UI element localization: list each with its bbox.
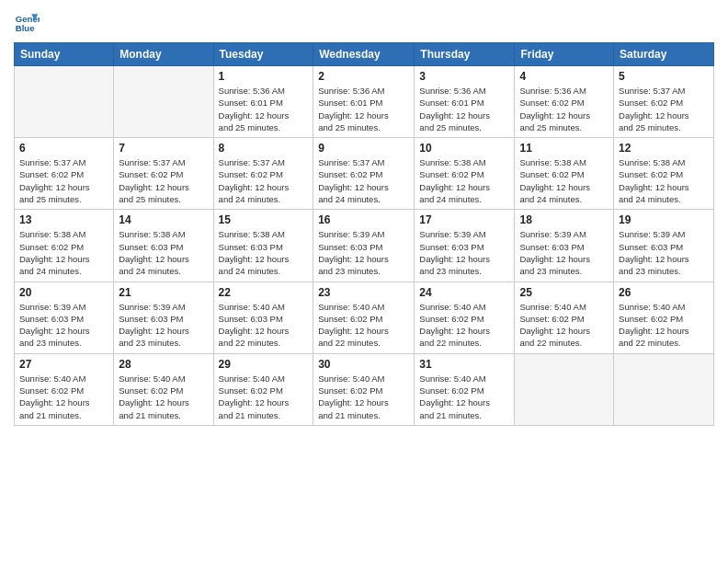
day-info: Sunrise: 5:38 AM Sunset: 6:02 PM Dayligh… <box>19 228 108 277</box>
day-number: 19 <box>619 213 709 226</box>
day-number: 21 <box>119 286 208 299</box>
weekday-header-friday: Friday <box>515 43 614 66</box>
day-number: 29 <box>219 358 309 371</box>
day-number: 14 <box>119 213 208 226</box>
weekday-header-saturday: Saturday <box>614 43 714 66</box>
day-info: Sunrise: 5:36 AM Sunset: 6:01 PM Dayligh… <box>318 85 409 133</box>
calendar-cell: 13Sunrise: 5:38 AM Sunset: 6:02 PM Dayli… <box>15 210 114 282</box>
day-info: Sunrise: 5:38 AM Sunset: 6:02 PM Dayligh… <box>619 156 709 205</box>
day-number: 9 <box>318 142 409 155</box>
calendar-cell: 6Sunrise: 5:37 AM Sunset: 6:02 PM Daylig… <box>15 138 114 210</box>
day-info: Sunrise: 5:36 AM Sunset: 6:01 PM Dayligh… <box>219 85 309 133</box>
day-number: 11 <box>519 142 609 155</box>
day-info: Sunrise: 5:37 AM Sunset: 6:02 PM Dayligh… <box>619 85 709 133</box>
calendar-cell <box>114 66 213 138</box>
calendar-cell: 10Sunrise: 5:38 AM Sunset: 6:02 PM Dayli… <box>415 138 515 210</box>
calendar-cell: 17Sunrise: 5:39 AM Sunset: 6:03 PM Dayli… <box>415 210 515 282</box>
day-number: 31 <box>419 358 509 371</box>
calendar-cell: 11Sunrise: 5:38 AM Sunset: 6:02 PM Dayli… <box>515 138 614 210</box>
day-number: 28 <box>119 358 208 371</box>
day-info: Sunrise: 5:36 AM Sunset: 6:01 PM Dayligh… <box>419 85 509 133</box>
day-info: Sunrise: 5:40 AM Sunset: 6:02 PM Dayligh… <box>318 373 409 421</box>
page: General Blue SundayMondayTuesdayWednesda… <box>0 0 728 563</box>
day-info: Sunrise: 5:40 AM Sunset: 6:02 PM Dayligh… <box>419 301 509 350</box>
svg-text:Blue: Blue <box>16 23 35 33</box>
logo: General Blue <box>14 9 41 35</box>
day-number: 12 <box>619 142 709 155</box>
day-number: 6 <box>19 142 108 155</box>
day-number: 27 <box>19 358 108 371</box>
day-info: Sunrise: 5:39 AM Sunset: 6:03 PM Dayligh… <box>19 301 108 350</box>
day-number: 16 <box>318 213 409 226</box>
day-number: 23 <box>318 286 409 299</box>
header: General Blue <box>14 9 714 35</box>
calendar-cell <box>614 353 714 425</box>
day-number: 25 <box>519 286 609 299</box>
calendar-cell: 8Sunrise: 5:37 AM Sunset: 6:02 PM Daylig… <box>213 138 313 210</box>
day-number: 24 <box>419 286 509 299</box>
calendar-cell: 18Sunrise: 5:39 AM Sunset: 6:03 PM Dayli… <box>515 210 614 282</box>
day-info: Sunrise: 5:40 AM Sunset: 6:02 PM Dayligh… <box>119 373 208 421</box>
day-info: Sunrise: 5:40 AM Sunset: 6:03 PM Dayligh… <box>219 301 309 350</box>
day-info: Sunrise: 5:40 AM Sunset: 6:02 PM Dayligh… <box>619 301 709 350</box>
calendar-cell: 15Sunrise: 5:38 AM Sunset: 6:03 PM Dayli… <box>213 210 313 282</box>
weekday-header-wednesday: Wednesday <box>313 43 415 66</box>
day-number: 1 <box>219 70 309 83</box>
day-info: Sunrise: 5:40 AM Sunset: 6:02 PM Dayligh… <box>519 301 609 350</box>
day-number: 17 <box>419 213 509 226</box>
calendar-cell: 14Sunrise: 5:38 AM Sunset: 6:03 PM Dayli… <box>114 210 213 282</box>
calendar-cell: 9Sunrise: 5:37 AM Sunset: 6:02 PM Daylig… <box>313 138 415 210</box>
day-info: Sunrise: 5:39 AM Sunset: 6:03 PM Dayligh… <box>419 228 509 277</box>
weekday-header-sunday: Sunday <box>15 43 114 66</box>
calendar-header-row: SundayMondayTuesdayWednesdayThursdayFrid… <box>15 43 714 66</box>
calendar-cell: 31Sunrise: 5:40 AM Sunset: 6:02 PM Dayli… <box>415 353 515 425</box>
logo-icon: General Blue <box>14 9 40 35</box>
day-number: 7 <box>119 142 208 155</box>
day-info: Sunrise: 5:39 AM Sunset: 6:03 PM Dayligh… <box>318 228 409 277</box>
calendar-cell: 20Sunrise: 5:39 AM Sunset: 6:03 PM Dayli… <box>15 282 114 353</box>
calendar-table: SundayMondayTuesdayWednesdayThursdayFrid… <box>14 42 714 426</box>
calendar-cell: 19Sunrise: 5:39 AM Sunset: 6:03 PM Dayli… <box>614 210 714 282</box>
calendar-week-5: 27Sunrise: 5:40 AM Sunset: 6:02 PM Dayli… <box>15 353 714 425</box>
calendar-cell: 22Sunrise: 5:40 AM Sunset: 6:03 PM Dayli… <box>213 282 313 353</box>
calendar-cell <box>515 353 614 425</box>
calendar-cell: 30Sunrise: 5:40 AM Sunset: 6:02 PM Dayli… <box>313 353 415 425</box>
day-number: 2 <box>318 70 409 83</box>
day-info: Sunrise: 5:37 AM Sunset: 6:02 PM Dayligh… <box>318 156 409 205</box>
weekday-header-monday: Monday <box>114 43 213 66</box>
calendar-cell: 5Sunrise: 5:37 AM Sunset: 6:02 PM Daylig… <box>614 66 714 138</box>
day-number: 10 <box>419 142 509 155</box>
day-number: 8 <box>219 142 309 155</box>
weekday-header-thursday: Thursday <box>415 43 515 66</box>
day-info: Sunrise: 5:40 AM Sunset: 6:02 PM Dayligh… <box>318 301 409 350</box>
calendar-cell: 28Sunrise: 5:40 AM Sunset: 6:02 PM Dayli… <box>114 353 213 425</box>
calendar-week-2: 6Sunrise: 5:37 AM Sunset: 6:02 PM Daylig… <box>15 138 714 210</box>
day-info: Sunrise: 5:39 AM Sunset: 6:03 PM Dayligh… <box>619 228 709 277</box>
day-info: Sunrise: 5:38 AM Sunset: 6:03 PM Dayligh… <box>119 228 208 277</box>
day-number: 3 <box>419 70 509 83</box>
day-info: Sunrise: 5:37 AM Sunset: 6:02 PM Dayligh… <box>19 156 108 205</box>
day-number: 5 <box>619 70 709 83</box>
day-info: Sunrise: 5:40 AM Sunset: 6:02 PM Dayligh… <box>419 373 509 421</box>
day-number: 18 <box>519 213 609 226</box>
calendar-cell: 24Sunrise: 5:40 AM Sunset: 6:02 PM Dayli… <box>415 282 515 353</box>
day-info: Sunrise: 5:38 AM Sunset: 6:02 PM Dayligh… <box>419 156 509 205</box>
calendar-cell: 29Sunrise: 5:40 AM Sunset: 6:02 PM Dayli… <box>213 353 313 425</box>
calendar-week-1: 1Sunrise: 5:36 AM Sunset: 6:01 PM Daylig… <box>15 66 714 138</box>
day-info: Sunrise: 5:39 AM Sunset: 6:03 PM Dayligh… <box>519 228 609 277</box>
day-info: Sunrise: 5:40 AM Sunset: 6:02 PM Dayligh… <box>219 373 309 421</box>
day-info: Sunrise: 5:38 AM Sunset: 6:03 PM Dayligh… <box>219 228 309 277</box>
calendar-cell: 25Sunrise: 5:40 AM Sunset: 6:02 PM Dayli… <box>515 282 614 353</box>
calendar-cell: 2Sunrise: 5:36 AM Sunset: 6:01 PM Daylig… <box>313 66 415 138</box>
day-number: 15 <box>219 213 309 226</box>
day-number: 30 <box>318 358 409 371</box>
calendar-week-4: 20Sunrise: 5:39 AM Sunset: 6:03 PM Dayli… <box>15 282 714 353</box>
calendar-cell: 3Sunrise: 5:36 AM Sunset: 6:01 PM Daylig… <box>415 66 515 138</box>
weekday-header-tuesday: Tuesday <box>213 43 313 66</box>
day-number: 20 <box>19 286 108 299</box>
day-info: Sunrise: 5:38 AM Sunset: 6:02 PM Dayligh… <box>519 156 609 205</box>
calendar-cell: 21Sunrise: 5:39 AM Sunset: 6:03 PM Dayli… <box>114 282 213 353</box>
calendar-cell: 1Sunrise: 5:36 AM Sunset: 6:01 PM Daylig… <box>213 66 313 138</box>
day-number: 22 <box>219 286 309 299</box>
calendar-cell: 12Sunrise: 5:38 AM Sunset: 6:02 PM Dayli… <box>614 138 714 210</box>
